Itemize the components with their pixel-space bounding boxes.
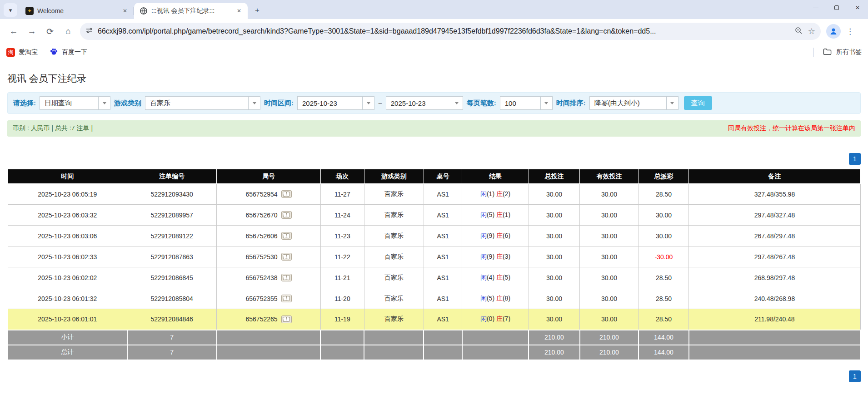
total-count: 7 [127, 345, 217, 360]
cell-note: 297.48/267.48 [689, 246, 860, 267]
cell-total-bet[interactable]: 30.00 [529, 288, 580, 309]
header-total-bet: 总投注 [529, 170, 580, 184]
result-banker-value: (1) [503, 211, 510, 218]
header-payout: 总派彩 [639, 170, 689, 184]
table-row: 2025-10-23 06:03:32 522912089957 6567526… [8, 205, 860, 226]
cell-payout: 30.00 [639, 205, 689, 226]
url-bar[interactable]: 66cxkj98.com/ipl/portal.php/game/betreco… [80, 23, 821, 40]
round-detail-cards-icon[interactable] [281, 211, 292, 219]
chevron-down-icon[interactable] [540, 97, 552, 109]
round-detail-cards-icon[interactable] [281, 253, 292, 261]
subtotal-row: 小计 7 210.00 210.00 144.00 [8, 330, 860, 345]
cell-total-bet[interactable]: 30.00 [529, 184, 580, 205]
result-player-label: 闲 [480, 190, 487, 197]
cell-time: 2025-10-23 06:01:01 [8, 309, 127, 330]
cell-bet-id: 522912089122 [127, 226, 217, 246]
tab-close-icon[interactable]: ✕ [235, 7, 243, 15]
result-player-value: (1) [487, 190, 494, 197]
result-banker-value: (6) [503, 232, 510, 239]
cell-total-bet[interactable]: 30.00 [529, 226, 580, 246]
round-detail-cards-icon[interactable] [281, 295, 292, 302]
cell-total-bet[interactable]: 30.00 [529, 246, 580, 267]
result-player-label: 闲 [480, 295, 487, 302]
tab-search-chevron-icon[interactable]: ▾ [4, 3, 17, 17]
all-bookmarks-button[interactable]: 所有书签 [836, 48, 862, 56]
zoom-icon[interactable] [795, 27, 803, 36]
cell-game-type: 百家乐 [364, 309, 424, 330]
chevron-down-icon[interactable] [666, 97, 678, 109]
date-to-input[interactable]: 2025-10-23 [386, 96, 463, 110]
browser-menu-icon[interactable]: ⋮ [843, 27, 858, 36]
sort-label: 时间排序: [556, 99, 586, 108]
round-id-value: 656752530 [246, 253, 278, 261]
cell-round-id: 656752355 [217, 288, 321, 309]
cell-valid-bet: 30.00 [580, 267, 639, 288]
cell-bet-id: 522912086845 [127, 267, 217, 288]
bookmark-taobao[interactable]: 淘 爱淘宝 [6, 48, 38, 57]
round-detail-cards-icon[interactable] [281, 274, 292, 281]
cell-result: 闲(0) 庄(7) [462, 309, 529, 330]
page-number-button[interactable]: 1 [849, 370, 861, 382]
cell-time: 2025-10-23 06:02:33 [8, 246, 127, 267]
forward-icon[interactable]: → [24, 24, 40, 39]
chevron-down-icon[interactable] [362, 97, 374, 109]
total-valid-bet: 210.00 [580, 345, 639, 360]
page-size-select[interactable]: 100 [500, 96, 553, 110]
chevron-down-icon[interactable] [98, 97, 110, 109]
cell-game-type: 百家乐 [364, 246, 424, 267]
cell-note: 240.48/268.98 [689, 288, 860, 309]
cell-time: 2025-10-23 06:03:06 [8, 226, 127, 246]
cell-payout: -30.00 [639, 246, 689, 267]
bookmarks-divider [813, 48, 814, 57]
url-text[interactable]: 66cxkj98.com/ipl/portal.php/game/betreco… [98, 27, 791, 35]
search-button[interactable]: 查询 [684, 96, 712, 110]
bookmark-baidu[interactable]: 百度一下 [50, 47, 87, 57]
cell-round-id: 656752954 [217, 184, 321, 205]
query-type-select[interactable]: 日期查询 [40, 96, 110, 110]
cell-valid-bet: 30.00 [580, 184, 639, 205]
minimize-button[interactable]: — [805, 0, 826, 15]
bookmark-star-icon[interactable]: ☆ [808, 26, 815, 36]
chevron-down-icon[interactable] [451, 97, 463, 109]
tab-welcome[interactable]: ✦ Welcome ✕ [20, 3, 134, 19]
new-tab-button[interactable]: + [251, 5, 263, 16]
page-size-value: 100 [500, 97, 540, 109]
cell-valid-bet: 30.00 [580, 246, 639, 267]
table-row: 2025-10-23 06:02:02 522912086845 6567524… [8, 267, 860, 288]
cell-result: 闲(5) 庄(8) [462, 288, 529, 309]
cell-note: 297.48/327.48 [689, 205, 860, 226]
result-banker-label: 庄 [496, 232, 503, 239]
cell-total-bet[interactable]: 30.00 [529, 267, 580, 288]
cell-total-bet[interactable]: 30.00 [529, 309, 580, 330]
cell-total-bet[interactable]: 30.00 [529, 205, 580, 226]
result-banker-value: (7) [503, 315, 510, 322]
subtotal-count: 7 [127, 330, 217, 345]
sort-select[interactable]: 降幂(由大到小) [589, 96, 678, 110]
home-icon[interactable]: ⌂ [60, 24, 76, 39]
welcome-favicon-icon: ✦ [25, 7, 34, 15]
page-number-button[interactable]: 1 [849, 153, 861, 165]
back-icon[interactable]: ← [6, 24, 21, 39]
round-detail-cards-icon[interactable] [281, 232, 292, 240]
status-note: 同局有效投注，统一计算在该局第一张注单内 [728, 124, 855, 133]
maximize-button[interactable] [826, 0, 847, 15]
site-info-icon[interactable] [85, 27, 93, 36]
cell-table-no: AS1 [424, 226, 462, 246]
cell-session: 11-24 [320, 205, 364, 226]
close-window-button[interactable]: ✕ [847, 0, 868, 15]
game-type-select[interactable]: 百家乐 [145, 96, 260, 110]
date-from-input[interactable]: 2025-10-23 [297, 96, 374, 110]
round-detail-cards-icon[interactable] [281, 190, 292, 198]
round-id-value: 656752606 [246, 232, 278, 240]
chevron-down-icon[interactable] [248, 97, 260, 109]
cell-valid-bet: 30.00 [580, 288, 639, 309]
tab-betrecord[interactable]: :::视讯 会员下注纪录::: ✕ [134, 3, 248, 19]
tab-close-icon[interactable]: ✕ [121, 7, 129, 15]
round-detail-cards-icon[interactable] [281, 315, 292, 323]
header-bet-id: 注单编号 [127, 170, 217, 184]
header-note: 备注 [689, 170, 860, 184]
reload-icon[interactable]: ⟳ [42, 24, 58, 39]
result-player-value: (9) [487, 253, 494, 260]
profile-avatar-icon[interactable] [826, 24, 841, 39]
total-row: 总计 7 210.00 210.00 144.00 [8, 345, 860, 360]
